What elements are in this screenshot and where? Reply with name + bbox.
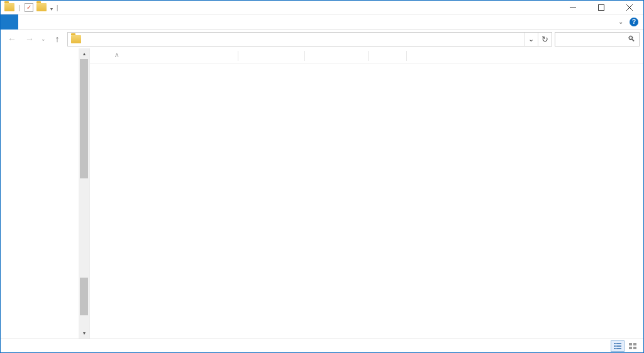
scroll-down-icon[interactable]: ▾ <box>79 328 89 339</box>
ribbon-expand-icon[interactable]: ⌄ <box>618 18 623 25</box>
svg-rect-6 <box>614 345 616 347</box>
scrollbar-thumb[interactable] <box>80 278 88 315</box>
search-input[interactable] <box>559 35 628 43</box>
scroll-up-icon[interactable]: ▴ <box>79 48 89 59</box>
refresh-button[interactable]: ↻ <box>538 33 552 46</box>
tab-file[interactable] <box>1 14 18 30</box>
column-headers: ᐱ <box>90 48 643 63</box>
navigation-pane-wrapper: ▴ ▾ <box>1 48 89 339</box>
ribbon-tabs: ⌄ ? <box>1 14 643 30</box>
maximize-button[interactable] <box>587 1 615 14</box>
svg-rect-11 <box>633 343 636 345</box>
qat-dropdown-icon[interactable] <box>49 2 53 13</box>
content-pane: ᐱ <box>89 48 643 339</box>
svg-rect-7 <box>616 345 621 347</box>
details-view-button[interactable] <box>611 340 625 352</box>
properties-qat-icon[interactable]: ✓ <box>24 3 34 13</box>
tab-view[interactable] <box>53 14 71 30</box>
forward-button[interactable]: → <box>22 31 37 46</box>
svg-rect-10 <box>629 343 632 345</box>
tab-home[interactable] <box>18 14 36 30</box>
folder-icon <box>71 35 81 43</box>
tab-share[interactable] <box>36 14 53 30</box>
status-bar <box>1 339 643 352</box>
navigation-pane <box>1 48 79 339</box>
svg-rect-8 <box>614 348 616 349</box>
address-bar-row: ← → ⌄ ↑ ⌄ ↻ 🔍︎ <box>1 30 643 48</box>
up-button[interactable]: ↑ <box>50 31 65 46</box>
nav-scrollbar[interactable]: ▴ ▾ <box>79 48 89 339</box>
svg-rect-13 <box>633 347 636 349</box>
svg-rect-9 <box>616 348 621 349</box>
file-list <box>90 63 643 339</box>
search-box[interactable]: 🔍︎ <box>555 32 640 46</box>
qat-separator: | <box>55 4 60 11</box>
column-header-name[interactable]: ᐱ <box>96 53 238 58</box>
scrollbar-thumb[interactable] <box>80 59 88 178</box>
qat-separator: | <box>17 4 21 11</box>
folder-icon <box>4 3 14 13</box>
svg-rect-1 <box>598 4 604 10</box>
title-bar: | ✓ | <box>1 1 643 14</box>
folder-icon <box>36 3 47 13</box>
svg-rect-4 <box>614 343 616 344</box>
close-button[interactable] <box>615 1 643 14</box>
minimize-button[interactable] <box>558 1 587 14</box>
help-icon[interactable]: ? <box>630 18 638 26</box>
search-icon[interactable]: 🔍︎ <box>628 35 635 43</box>
recent-locations-dropdown[interactable]: ⌄ <box>40 31 47 46</box>
explorer-window: | ✓ | ⌄ ? ← → ⌄ ↑ ⌄ <box>0 0 644 353</box>
svg-rect-12 <box>629 347 632 349</box>
address-history-dropdown[interactable]: ⌄ <box>524 33 538 46</box>
large-icons-view-button[interactable] <box>626 340 640 352</box>
svg-rect-5 <box>616 343 621 344</box>
sort-ascending-icon: ᐱ <box>115 53 118 58</box>
address-bar[interactable]: ⌄ ↻ <box>67 32 552 46</box>
back-button[interactable]: ← <box>4 31 19 46</box>
